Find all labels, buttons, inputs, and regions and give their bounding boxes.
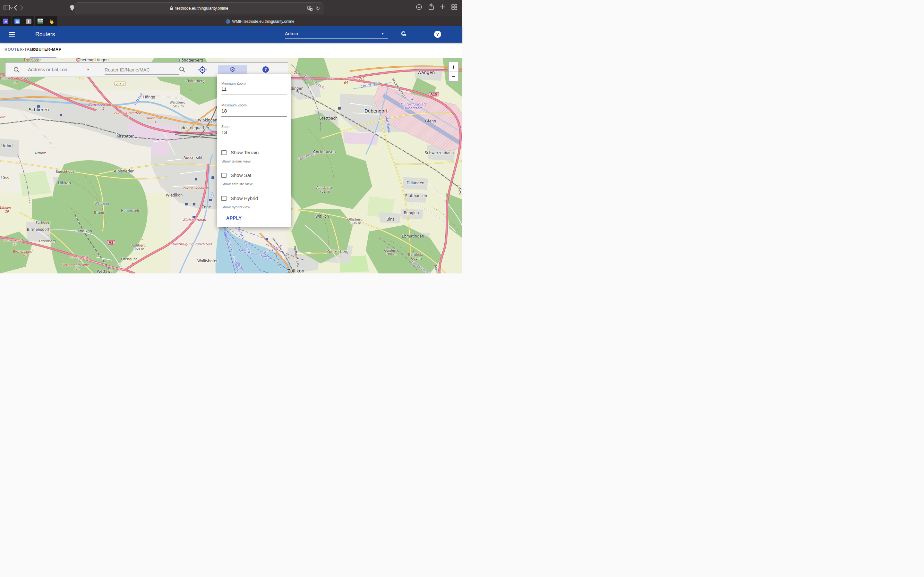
sidebar-chevron-icon[interactable] (10, 7, 13, 9)
pinned-tab-icloud[interactable]: ☁ (0, 16, 11, 26)
show-hybrid-desc: Show hybrid view. (221, 205, 251, 209)
share-icon[interactable] (428, 3, 434, 10)
sidebar-toggle-icon[interactable] (3, 5, 10, 10)
tab-overview-icon[interactable] (451, 4, 457, 10)
station-marker (338, 107, 341, 110)
pinned-tab-firebase[interactable] (46, 16, 58, 26)
address-search-select[interactable]: Address or Lat,Lon ▼ (22, 65, 102, 74)
active-browser-tab[interactable]: WMIF:testnode.eu.thingularity.online (58, 16, 462, 26)
browser-tab-strip: ☁ USDA WMIF:testnode.eu.thingularity.onl… (0, 16, 462, 26)
reload-icon[interactable]: ↻ (316, 5, 320, 11)
max-zoom-input[interactable]: 18 (221, 108, 287, 114)
svg-text:✱: ✱ (310, 8, 312, 11)
active-tab-indicator (30, 57, 57, 58)
back-button[interactable] (13, 5, 17, 11)
usda-icon: USDA (37, 19, 43, 24)
router-search-icon[interactable] (179, 66, 186, 73)
address-select-underline (22, 72, 102, 72)
menu-icon[interactable] (9, 32, 15, 37)
pinned-tab-info[interactable] (23, 16, 35, 26)
show-terrain-label: Show Terrain (231, 150, 258, 155)
zoom-in-button[interactable]: + (449, 62, 458, 71)
role-select-value: Admin (285, 31, 298, 36)
show-sat-checkbox[interactable] (221, 173, 226, 178)
map-zoom-control: + − (448, 61, 459, 82)
map-settings-button[interactable]: ⚙ (218, 65, 247, 74)
info-icon (26, 19, 31, 24)
role-select[interactable]: Admin ▼ (285, 30, 388, 39)
min-zoom-input[interactable]: 11 (221, 86, 287, 92)
tab-router-map[interactable]: ROUTER-MAP (32, 47, 61, 52)
station-marker (186, 203, 188, 205)
zoom-input[interactable]: 13 (221, 129, 287, 135)
locate-icon[interactable] (197, 65, 208, 75)
apply-button[interactable]: APPLY (226, 215, 242, 221)
privacy-shield-icon[interactable] (69, 5, 75, 11)
lock-icon (170, 6, 173, 11)
map-help-button[interactable]: ? (262, 66, 269, 73)
refresh-button[interactable]: ↻ (399, 31, 407, 37)
show-hybrid-label: Show Hybrid (231, 195, 258, 201)
docs-icon (15, 19, 20, 24)
search-icon (13, 67, 20, 73)
pinned-tab-docs[interactable] (11, 16, 23, 26)
max-zoom-label: Maximum Zoom (221, 103, 287, 107)
new-tab-icon[interactable] (440, 4, 445, 10)
header-help-button[interactable]: ? (434, 31, 441, 38)
pinned-tab-usda[interactable]: USDA (35, 16, 46, 26)
station-marker (60, 114, 62, 116)
station-marker (193, 216, 195, 218)
firebase-icon (49, 18, 54, 24)
address-bar[interactable]: testnode.eu.thingularity.online A ✱ ↻ (75, 2, 323, 14)
station-marker (193, 203, 195, 205)
station-marker (210, 199, 212, 201)
station-marker (266, 238, 268, 240)
downloads-icon[interactable] (416, 4, 422, 10)
page-title: Routers (35, 31, 55, 38)
station-marker (212, 177, 214, 179)
map-settings-panel: Minimum Zoom 11 Maximum Zoom 18 Zoom 13 … (217, 74, 291, 227)
globe-favicon (226, 19, 230, 24)
station-marker (195, 178, 197, 181)
min-zoom-label: Minimum Zoom (221, 81, 287, 85)
gear-icon: ⚙ (229, 66, 236, 73)
show-sat-label: Show Sat (231, 172, 251, 178)
translate-icon[interactable]: A ✱ (307, 6, 313, 11)
page-footer-strip (0, 274, 462, 288)
zoom-out-button[interactable]: − (449, 71, 458, 81)
chevron-down-icon: ▼ (381, 32, 384, 35)
chevron-down-icon: ▼ (87, 68, 89, 71)
tab-title: WMIF:testnode.eu.thingularity.online (232, 19, 294, 24)
show-sat-desc: Show satellite view. (221, 182, 254, 186)
show-hybrid-checkbox[interactable] (221, 196, 226, 201)
zoom-label: Zoom (221, 125, 287, 129)
router-view-tabs: ROUTER-TABLE ROUTER-MAP (0, 43, 462, 58)
show-terrain-desc: Show terrain view. (221, 159, 251, 163)
icloud-icon: ☁ (3, 19, 8, 24)
station-marker (37, 105, 40, 108)
url-text: testnode.eu.thingularity.online (175, 6, 228, 11)
app-header: Routers Admin ▼ ↻ ? (0, 26, 462, 43)
forward-button[interactable] (20, 5, 24, 11)
browser-toolbar: testnode.eu.thingularity.online A ✱ ↻ (0, 0, 462, 16)
show-terrain-checkbox[interactable] (221, 150, 226, 155)
router-search-input[interactable] (105, 65, 179, 75)
